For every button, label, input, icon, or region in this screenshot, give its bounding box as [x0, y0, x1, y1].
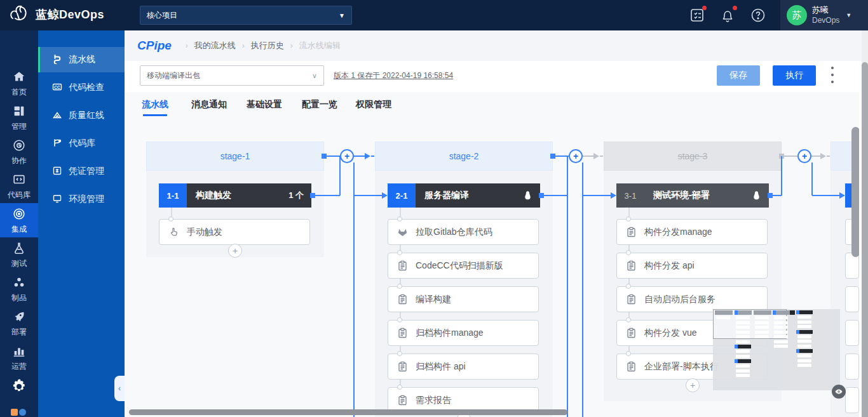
tab-2[interactable]: 消息通知 — [191, 99, 227, 110]
connector-arrow-icon — [839, 192, 845, 199]
version-text[interactable]: 版本 1 保存于 2022-04-19 16:58:54 — [334, 70, 453, 81]
connector-arrow-icon — [382, 192, 388, 199]
sidebar-item-label: 测试 — [0, 258, 38, 269]
add-stage-button[interactable]: + — [569, 149, 583, 163]
step-label: 归档构件manage — [416, 328, 484, 339]
step-card[interactable] — [845, 320, 859, 346]
sidebar-item-label: 代码库 — [0, 190, 38, 201]
pipeline-name-selector[interactable]: 移动端编译出包 ∨ — [140, 65, 324, 86]
job-header-1-1[interactable]: 1-1构建触发1 个 — [159, 183, 311, 208]
add-step-button[interactable]: + — [228, 244, 242, 258]
sidebar-item-6[interactable]: 测试 — [0, 237, 38, 272]
step-card[interactable]: 编译构建 — [388, 286, 539, 312]
step-card[interactable]: 手动触发 — [159, 219, 310, 245]
step-connector-dot — [168, 216, 173, 222]
step-card[interactable] — [845, 286, 859, 312]
app-grid-icon[interactable] — [11, 409, 27, 417]
tab-1[interactable]: 流水线 — [142, 99, 168, 110]
sidebar-item-3[interactable]: 协作 — [0, 135, 38, 169]
linux-penguin-icon — [752, 190, 761, 201]
step-card[interactable] — [845, 354, 859, 380]
subsidebar-item-5[interactable]: 凭证管理 — [38, 159, 125, 184]
sidebar-item-2[interactable]: 管理 — [0, 100, 38, 135]
vertical-scrollbar[interactable] — [851, 127, 859, 257]
job-header-2-1[interactable]: 2-1服务器编译 — [388, 183, 540, 208]
sidebar-item-9[interactable]: 运营 — [0, 340, 38, 374]
subsidebar-item-3[interactable]: 质量红线 — [38, 103, 125, 128]
connector-line — [567, 156, 568, 417]
add-step-button[interactable]: + — [686, 378, 700, 392]
help-icon[interactable] — [750, 7, 766, 23]
run-button[interactable]: 执行 — [773, 65, 816, 86]
sidebar-item-5[interactable]: 集成 — [0, 203, 38, 237]
step-card[interactable]: CodeCC代码扫描新版 — [388, 253, 539, 279]
step-card[interactable]: 构件分发 api — [616, 253, 768, 279]
step-connector-dot — [626, 351, 631, 356]
step-card[interactable]: 归档构件manage — [388, 320, 539, 346]
subsidebar-item-4[interactable]: 代码库 — [38, 131, 125, 156]
chevron-down-icon: ▼ — [339, 12, 345, 19]
connector-line — [811, 156, 820, 157]
sidebar-collapse-button[interactable]: ‹ — [114, 376, 125, 401]
user-menu[interactable]: 苏 苏曦 DevOps ▼ — [780, 0, 868, 30]
save-button[interactable]: 保存 — [717, 65, 760, 86]
stage-header-2[interactable]: stage-2 — [375, 142, 553, 171]
sidebar-item-8[interactable]: 部署 — [0, 306, 38, 340]
add-stage-button[interactable]: + — [797, 149, 811, 163]
job-title: 构建触发 — [196, 190, 231, 201]
step-card[interactable]: 自动启动后台服务 — [616, 286, 768, 312]
tab-3[interactable]: 基础设置 — [247, 99, 282, 110]
step-card[interactable]: 构件分发manage — [616, 219, 768, 245]
tab-4[interactable]: 配置一览 — [302, 99, 337, 110]
deploy-icon — [12, 315, 26, 326]
manage-icon — [12, 109, 26, 120]
sidebar-item-1[interactable]: 首页 — [0, 66, 38, 100]
minimap-job-row — [796, 310, 813, 314]
stage-header-3[interactable]: stage-3 — [604, 142, 782, 171]
connector-arrow-icon — [365, 153, 370, 159]
subsidebar-item-2[interactable]: CC代码检查 — [38, 75, 125, 100]
step-label: 拉取Gitlab仓库代码 — [416, 227, 492, 238]
breadcrumb-separator: › — [290, 41, 293, 50]
subsidebar-item-6[interactable]: 环境管理 — [38, 187, 125, 212]
sidebar-item-label: 集成 — [0, 224, 38, 235]
job-header-3-1[interactable]: 3-1测试环境-部署 — [616, 183, 769, 208]
page-scrollbar-thumb[interactable] — [862, 62, 868, 417]
step-card[interactable]: 归档构件 api — [388, 354, 539, 380]
step-card[interactable] — [845, 387, 859, 413]
tab-5[interactable]: 权限管理 — [356, 99, 391, 110]
settings-gear-icon[interactable] — [0, 372, 38, 404]
project-selector[interactable]: 核心项目 ▼ — [140, 6, 352, 25]
minimap-step-row — [736, 316, 750, 319]
horizontal-scrollbar[interactable] — [129, 409, 567, 415]
connector-line — [811, 162, 813, 195]
notification-bell-icon[interactable] — [719, 7, 736, 23]
subsidebar-item-1[interactable]: 流水线 — [38, 47, 125, 72]
cpipe-logo[interactable]: CPipe — [137, 39, 172, 53]
sidebar-item-label: 制品 — [0, 293, 38, 303]
clipboard-icon — [397, 260, 408, 271]
repo-icon — [52, 138, 62, 150]
minimap-visibility-toggle[interactable] — [832, 385, 846, 399]
minimap-step-row — [736, 331, 750, 334]
add-stage-button[interactable]: + — [340, 149, 354, 163]
stage-header-1[interactable]: stage-1 — [146, 142, 324, 171]
sidebar-item-7[interactable]: 制品 — [0, 272, 38, 306]
bk-devops-logo[interactable]: 蓝鲸DevOps — [9, 4, 104, 25]
more-options-menu[interactable] — [826, 64, 839, 87]
step-label: 构件分发manage — [644, 227, 712, 238]
minimap-step-row — [736, 335, 750, 338]
codelib-icon — [12, 178, 26, 189]
minimap-step-row — [774, 331, 788, 334]
todo-list-icon[interactable] — [689, 7, 705, 23]
minimap-step-row — [755, 335, 769, 338]
breadcrumb-separator: › — [186, 41, 188, 50]
minimap[interactable] — [713, 309, 840, 390]
breadcrumb-item[interactable]: 执行历史 — [251, 40, 284, 51]
sidebar-item-4[interactable]: 代码库 — [0, 169, 38, 203]
clipboard-icon — [626, 227, 637, 237]
breadcrumb-item[interactable]: 我的流水线 — [194, 40, 236, 51]
connector-line — [583, 156, 593, 157]
pipeline-canvas[interactable]: stage-11-1构建触发1 个手动触发+stage-22-1服务器编译拉取G… — [125, 92, 859, 417]
step-card[interactable]: 拉取Gitlab仓库代码 — [388, 219, 539, 245]
